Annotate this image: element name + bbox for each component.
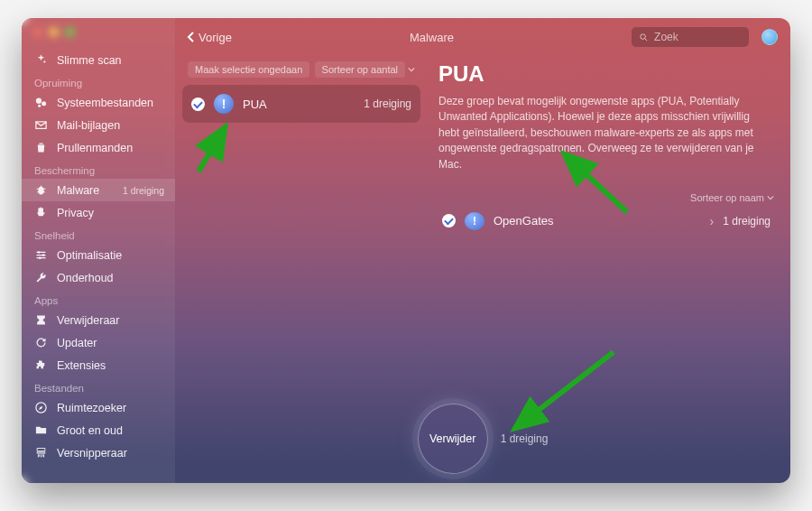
sort-by-count-button[interactable]: Sorteer op aantal: [315, 61, 415, 78]
sidebar-group-speed: Snelheid: [22, 224, 175, 244]
uninstall-icon: [34, 313, 48, 327]
sidebar-group-cleanup: Opruiming: [22, 71, 175, 91]
sidebar-group-files: Bestanden: [22, 376, 175, 396]
sidebar-item-malware[interactable]: Malware 1 dreiging: [22, 179, 175, 201]
alert-badge-icon: !: [465, 212, 484, 230]
sidebar-item-extensions[interactable]: Extensies: [22, 354, 175, 376]
bug-icon: [34, 183, 48, 197]
back-label: Vorige: [198, 31, 232, 44]
svg-point-1: [42, 101, 46, 106]
checkbox-checked-icon[interactable]: [191, 98, 205, 111]
remove-button[interactable]: Verwijder: [418, 404, 488, 474]
hand-icon: [34, 206, 48, 219]
sidebar-group-apps: Apps: [22, 289, 175, 309]
update-icon: [34, 336, 48, 349]
sidebar-item-smart-scan[interactable]: Slimme scan: [22, 49, 175, 71]
sidebar-item-large-old[interactable]: Groot en oud: [22, 419, 175, 441]
main-panel: Vorige Malware Maak selectie ongedaan So…: [175, 18, 790, 483]
chevron-down-icon: [408, 66, 415, 73]
sliders-icon: [34, 248, 48, 262]
folder-icon: [34, 423, 48, 437]
detail-description: Deze groep bevat mogelijk ongewenste app…: [438, 94, 754, 172]
sidebar-item-shredder[interactable]: Versnipperaar: [22, 441, 175, 464]
sidebar-item-label: Optimalisatie: [57, 249, 164, 262]
sidebar-item-label: Privacy: [57, 207, 164, 219]
group-list-header: Maak selectie ongedaan Sorteer op aantal: [182, 60, 420, 85]
detail-title: PUA: [438, 61, 774, 87]
svg-point-3: [38, 187, 43, 195]
sidebar-group-protection: Bescherming: [22, 159, 175, 179]
chevron-right-icon: ›: [710, 214, 715, 228]
search-icon: [639, 32, 649, 43]
sidebar-item-privacy[interactable]: Privacy: [22, 201, 175, 224]
checkbox-checked-icon[interactable]: [442, 214, 456, 228]
shredder-icon: [34, 446, 48, 460]
deselect-all-button[interactable]: Maak selectie ongedaan: [188, 61, 309, 78]
top-bar: Vorige Malware: [175, 18, 790, 52]
group-count: 1 dreiging: [364, 98, 411, 110]
mail-icon: [34, 118, 48, 132]
sidebar-item-spacelens[interactable]: Ruimtezoeker: [22, 396, 175, 419]
sidebar-item-label: Prullenmanden: [57, 142, 164, 154]
sidebar-item-maintenance[interactable]: Onderhoud: [22, 266, 175, 289]
svg-point-6: [39, 256, 42, 259]
sort-by-name-button[interactable]: Sorteer op naam: [690, 192, 774, 203]
sidebar: Slimme scan Opruiming Systeembestanden M…: [22, 18, 175, 483]
threat-name: OpenGates: [494, 214, 701, 228]
sidebar-item-systemfiles[interactable]: Systeembestanden: [22, 91, 175, 114]
sidebar-item-label: Slimme scan: [57, 54, 164, 67]
sidebar-item-label: Verwijderaar: [57, 314, 164, 327]
sidebar-item-optimization[interactable]: Optimalisatie: [22, 244, 175, 266]
svg-point-2: [38, 105, 41, 107]
alert-badge-icon: !: [214, 94, 234, 114]
svg-point-4: [38, 251, 41, 254]
chevron-left-icon: [186, 31, 195, 43]
sparkle-icon: [34, 53, 48, 67]
search-box[interactable]: [632, 27, 749, 47]
threat-row-opengates[interactable]: ! OpenGates › 1 dreiging: [438, 203, 774, 239]
svg-point-5: [42, 254, 45, 256]
back-button[interactable]: Vorige: [186, 31, 232, 44]
profile-button[interactable]: [761, 29, 778, 45]
group-title: PUA: [243, 98, 355, 111]
wrench-icon: [34, 271, 48, 284]
sidebar-item-mail[interactable]: Mail-bijlagen: [22, 114, 175, 136]
sidebar-item-updater[interactable]: Updater: [22, 331, 175, 354]
sidebar-item-label: Versnipperaar: [57, 447, 164, 460]
threat-count: 1 dreiging: [723, 215, 770, 228]
sidebar-item-label: Onderhoud: [57, 272, 164, 284]
sidebar-item-label: Mail-bijlagen: [57, 119, 164, 132]
svg-point-0: [36, 98, 42, 104]
svg-point-8: [641, 33, 646, 39]
sidebar-item-label: Extensies: [57, 359, 164, 372]
sidebar-item-label: Updater: [57, 337, 164, 349]
trash-icon: [34, 141, 48, 154]
sidebar-item-label: Systeembestanden: [57, 97, 164, 109]
chevron-down-icon: [767, 194, 774, 201]
bubbles-icon: [34, 96, 48, 109]
action-count: 1 dreiging: [501, 432, 549, 445]
sidebar-item-label: Malware: [57, 184, 114, 197]
sidebar-item-label: Ruimtezoeker: [57, 402, 164, 414]
compass-icon: [34, 401, 48, 414]
puzzle-icon: [34, 358, 48, 372]
group-row-pua[interactable]: ! PUA 1 dreiging: [182, 85, 420, 123]
breadcrumb: Malware: [245, 31, 619, 44]
sidebar-item-label: Groot en oud: [57, 424, 164, 437]
action-bar: Verwijder 1 dreiging: [175, 404, 790, 474]
sidebar-badge: 1 dreiging: [123, 185, 164, 196]
sidebar-item-uninstaller[interactable]: Verwijderaar: [22, 309, 175, 331]
sidebar-item-trash[interactable]: Prullenmanden: [22, 136, 175, 159]
app-window: Slimme scan Opruiming Systeembestanden M…: [22, 18, 790, 483]
search-input[interactable]: [654, 31, 742, 43]
